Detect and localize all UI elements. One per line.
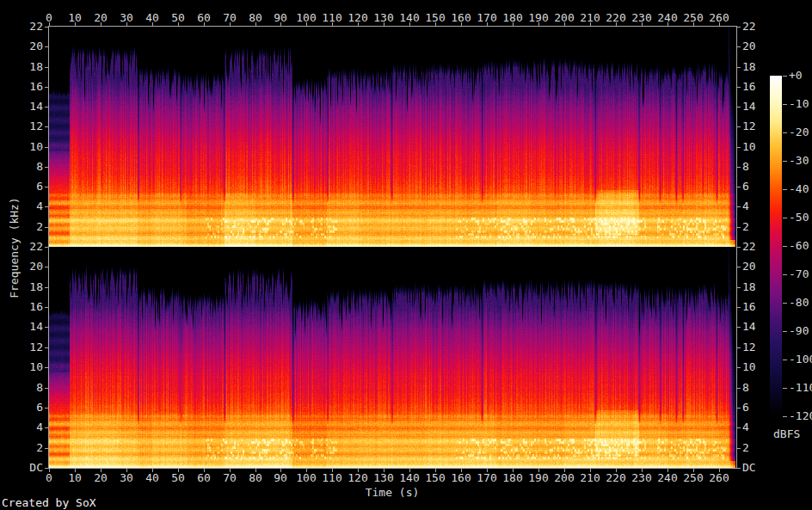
time-tick-label: 90 — [274, 11, 287, 24]
freq-tick-label: 2 — [15, 441, 43, 454]
time-tick-label: 260 — [709, 11, 729, 24]
colorbar-tick-label: -50 — [789, 211, 809, 224]
freq-tick — [45, 87, 48, 88]
time-tick-label: 100 — [296, 11, 316, 24]
time-tick-label: 120 — [348, 471, 367, 484]
freq-tick-label: 18 — [742, 60, 756, 73]
time-tick-label: 210 — [580, 11, 600, 24]
freq-tick-label: 18 — [742, 280, 756, 293]
freq-tick — [45, 247, 48, 248]
freq-tick-label: 8 — [742, 160, 749, 173]
time-tick-label: 150 — [425, 471, 445, 484]
freq-tick — [45, 327, 48, 328]
time-tick-label: 250 — [683, 471, 703, 484]
time-tick-label: 240 — [657, 471, 677, 484]
freq-tick-label: 4 — [15, 421, 43, 433]
freq-tick-label: 6 — [15, 401, 43, 414]
time-tick-label: 10 — [68, 471, 82, 484]
time-tick-label: 180 — [502, 471, 522, 484]
time-tick-label: 60 — [197, 471, 211, 484]
time-tick-label: 50 — [171, 471, 185, 484]
colorbar-tick-label: -10 — [789, 97, 809, 110]
time-tick-label: 160 — [451, 471, 471, 484]
freq-tick-label: 10 — [742, 360, 756, 373]
freq-tick — [737, 247, 741, 248]
colorbar-tick-label: -80 — [789, 296, 809, 309]
freq-tick — [45, 408, 48, 409]
time-tick-label: 20 — [94, 11, 108, 24]
freq-tick — [45, 67, 48, 68]
time-tick-label: 260 — [709, 471, 729, 484]
colorbar-tick-label: -90 — [789, 324, 809, 337]
freq-tick-label: DC — [742, 461, 756, 474]
sox-spectrogram-image: 0010102020303040405050606070708080909010… — [0, 0, 812, 510]
freq-tick — [737, 206, 741, 207]
time-tick-label: 210 — [580, 471, 600, 484]
time-tick-label: 190 — [528, 471, 548, 484]
freq-tick-label: 8 — [742, 381, 749, 394]
time-tick-label: 170 — [477, 11, 496, 24]
freq-tick-label: 10 — [742, 140, 756, 153]
time-tick-label: 60 — [197, 11, 211, 24]
colorbar-tick — [783, 104, 787, 105]
freq-tick-label: 16 — [742, 80, 756, 93]
freq-tick-label: 12 — [742, 120, 756, 132]
freq-tick-label: 16 — [15, 300, 43, 313]
time-tick-label: 100 — [296, 471, 316, 484]
freq-tick-label: 16 — [15, 80, 43, 93]
freq-tick-label: 2 — [742, 441, 749, 454]
freq-tick — [737, 307, 741, 308]
colorbar-tick — [783, 76, 787, 77]
freq-tick — [45, 267, 48, 267]
colorbar-tick-label: -20 — [789, 126, 809, 138]
colorbar-tick-label: -30 — [789, 154, 809, 167]
freq-tick — [45, 187, 48, 187]
time-tick-label: 30 — [120, 471, 133, 484]
time-tick-label: 70 — [223, 471, 237, 484]
freq-tick — [737, 147, 741, 148]
time-tick-label: 110 — [322, 11, 341, 24]
freq-tick-label: 14 — [742, 320, 756, 333]
freq-tick — [737, 167, 741, 168]
freq-tick-label: 12 — [15, 120, 43, 132]
colorbar-tick — [783, 189, 787, 190]
time-tick-label: 140 — [399, 471, 419, 484]
freq-tick — [45, 367, 48, 368]
colorbar-title: dBFS — [773, 427, 800, 440]
freq-tick — [737, 388, 741, 389]
freq-tick-label: 6 — [742, 401, 749, 414]
freq-tick — [45, 468, 48, 469]
freq-tick-label: 22 — [742, 20, 756, 33]
freq-tick — [737, 126, 741, 127]
time-tick-label: 90 — [274, 471, 287, 484]
freq-tick — [45, 448, 48, 449]
freq-tick — [45, 287, 48, 288]
freq-tick-label: 8 — [15, 381, 43, 394]
freq-tick — [45, 107, 48, 108]
freq-tick — [45, 388, 48, 389]
freq-tick-label: 22 — [742, 240, 756, 253]
freq-tick-label: 6 — [742, 180, 749, 193]
credit-text: Created by SoX — [2, 496, 96, 509]
freq-tick-label: 10 — [15, 360, 43, 373]
freq-tick — [45, 307, 48, 308]
time-tick-label: 130 — [373, 471, 393, 484]
freq-tick — [737, 367, 741, 368]
freq-tick — [737, 408, 741, 409]
freq-tick-label: 12 — [742, 341, 756, 353]
colorbar-gradient — [770, 76, 782, 416]
freq-tick — [45, 147, 48, 148]
time-tick-label: 80 — [249, 11, 262, 24]
colorbar-tick — [783, 218, 787, 218]
time-tick-label: 140 — [399, 11, 419, 24]
time-tick-label: 40 — [145, 11, 159, 24]
freq-tick — [45, 46, 48, 47]
freq-tick — [737, 448, 741, 449]
time-tick-label: 250 — [683, 11, 703, 24]
time-tick-label: 240 — [657, 11, 677, 24]
colorbar-tick — [783, 132, 787, 133]
freq-tick — [45, 27, 48, 28]
freq-tick — [737, 67, 741, 68]
freq-tick — [737, 107, 741, 108]
freq-tick — [737, 227, 741, 228]
